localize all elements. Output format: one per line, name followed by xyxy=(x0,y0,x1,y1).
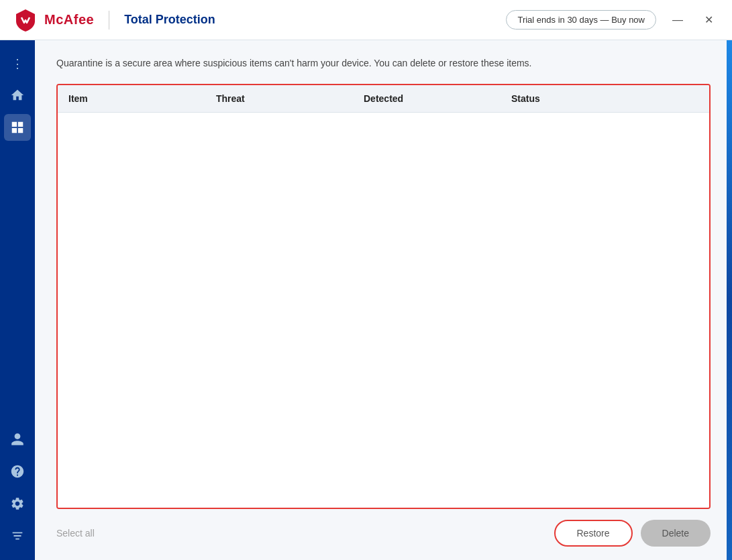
logo-area: McAfee Total Protection xyxy=(13,8,215,32)
right-decorative-bar xyxy=(727,40,732,560)
sidebar: ⋮ xyxy=(0,40,35,560)
delete-button[interactable]: Delete xyxy=(641,520,711,547)
table-body xyxy=(58,113,709,508)
sidebar-item-account[interactable] xyxy=(4,426,31,453)
dashboard-icon xyxy=(10,120,25,135)
sidebar-item-notifications[interactable] xyxy=(4,522,31,549)
column-header-status: Status xyxy=(511,93,698,104)
bottom-right-actions: Restore Delete xyxy=(554,520,711,547)
sidebar-item-settings[interactable] xyxy=(4,490,31,517)
home-icon xyxy=(10,88,25,103)
notifications-icon xyxy=(10,528,25,543)
table-header: Item Threat Detected Status xyxy=(58,85,709,113)
sidebar-item-home[interactable] xyxy=(4,82,31,109)
minimize-button[interactable]: — xyxy=(667,12,688,28)
close-button[interactable]: ✕ xyxy=(699,12,719,28)
column-header-threat: Threat xyxy=(216,93,364,104)
restore-button[interactable]: Restore xyxy=(554,520,633,547)
brand-name: McAfee xyxy=(44,12,94,27)
main-content: Quarantine is a secure area where suspic… xyxy=(35,40,732,560)
settings-icon xyxy=(10,496,25,511)
sidebar-item-dashboard[interactable] xyxy=(4,114,31,141)
bottom-bar: Select all Restore Delete xyxy=(56,509,711,547)
quarantine-description: Quarantine is a secure area where suspic… xyxy=(56,56,711,70)
quarantine-table: Item Threat Detected Status xyxy=(56,84,711,509)
title-bar-right: Trial ends in 30 days — Buy now — ✕ xyxy=(506,10,719,30)
select-all-button[interactable]: Select all xyxy=(56,525,95,541)
person-icon xyxy=(10,432,25,447)
sidebar-bottom xyxy=(4,426,31,549)
sidebar-menu-dots[interactable]: ⋮ xyxy=(6,51,30,76)
help-icon xyxy=(10,464,25,479)
column-header-item: Item xyxy=(68,93,216,104)
trial-badge-button[interactable]: Trial ends in 30 days — Buy now xyxy=(506,10,656,30)
product-name: Total Protection xyxy=(124,13,215,27)
mcafee-logo-icon xyxy=(13,8,38,32)
title-bar: McAfee Total Protection Trial ends in 30… xyxy=(0,0,732,40)
logo-divider xyxy=(109,11,109,30)
sidebar-item-help[interactable] xyxy=(4,458,31,485)
column-header-detected: Detected xyxy=(364,93,511,104)
